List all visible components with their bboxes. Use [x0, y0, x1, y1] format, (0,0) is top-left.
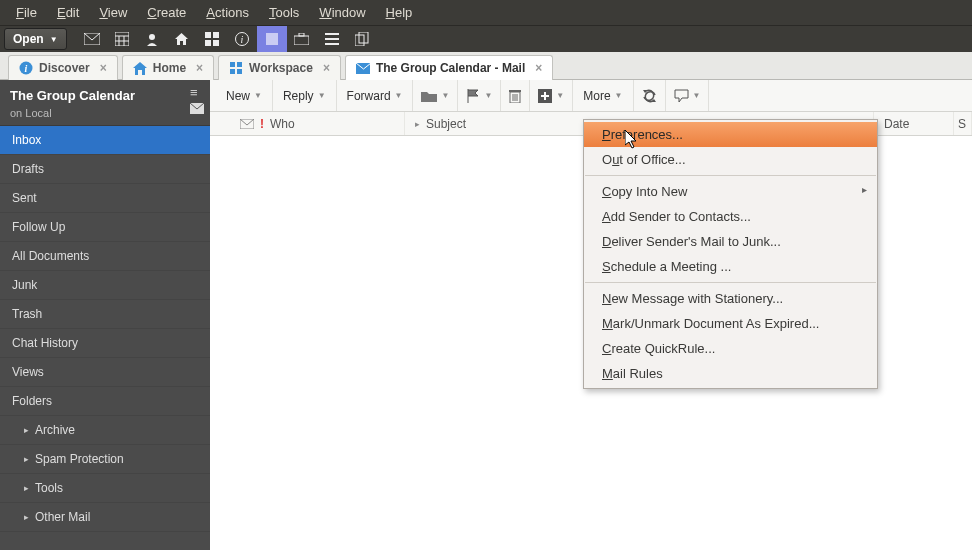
- menu-create[interactable]: Create: [137, 1, 196, 24]
- iconbar: Open▼ i: [0, 25, 972, 52]
- expander-icon: ▸: [415, 119, 420, 129]
- menu-file[interactable]: File: [6, 1, 47, 24]
- compose-icon[interactable]: [190, 103, 204, 114]
- envelope-icon: [240, 119, 254, 129]
- sidebar: The Group Calendar on Local ≡ InboxDraft…: [0, 80, 210, 550]
- more-dropdown: Preferences...Out of Office...Copy Into …: [583, 119, 878, 389]
- svg-rect-7: [205, 32, 211, 38]
- menubar: FileEditViewCreateActionsToolsWindowHelp: [0, 0, 972, 25]
- tab-workspace[interactable]: Workspace×: [218, 55, 341, 80]
- sidebar-item-drafts[interactable]: Drafts: [0, 155, 210, 184]
- svg-rect-9: [205, 40, 211, 46]
- mail-icon[interactable]: [77, 26, 107, 52]
- sidebar-subitem-tools[interactable]: Tools: [0, 474, 210, 503]
- refresh-button[interactable]: [634, 80, 666, 111]
- toolbar: New▼ Reply▼ Forward▼ ▼ ▼ ▼ More▼ ▼: [210, 80, 972, 112]
- flag-button[interactable]: ▼: [458, 80, 501, 111]
- menu-item-copy-into-new[interactable]: Copy Into New: [584, 179, 877, 204]
- svg-text:i: i: [25, 63, 28, 74]
- tab-home[interactable]: Home×: [122, 55, 214, 80]
- briefcase-icon[interactable]: [287, 26, 317, 52]
- grid-icon: [229, 61, 243, 75]
- menu-help[interactable]: Help: [376, 1, 423, 24]
- column-who[interactable]: ! Who: [210, 112, 405, 135]
- close-icon[interactable]: ×: [100, 61, 107, 75]
- more-button[interactable]: More▼: [573, 80, 633, 111]
- sidebar-list: InboxDraftsSentFollow UpAll DocumentsJun…: [0, 126, 210, 532]
- menu-item-mail-rules[interactable]: Mail Rules: [584, 361, 877, 386]
- svg-text:i: i: [240, 34, 243, 45]
- separator: [585, 175, 876, 176]
- svg-rect-8: [213, 32, 219, 38]
- person-icon[interactable]: [137, 26, 167, 52]
- tabbar: iDiscover×Home×Workspace×The Group Calen…: [0, 52, 972, 80]
- svg-rect-10: [213, 40, 219, 46]
- hamburger-icon[interactable]: ≡: [190, 86, 204, 99]
- info-icon[interactable]: i: [227, 26, 257, 52]
- column-size[interactable]: S: [954, 112, 972, 135]
- menu-view[interactable]: View: [89, 1, 137, 24]
- copy-icon[interactable]: [347, 26, 377, 52]
- folder-button[interactable]: ▼: [413, 80, 458, 111]
- forward-button[interactable]: Forward▼: [337, 80, 414, 111]
- sidebar-item-views[interactable]: Views: [0, 358, 210, 387]
- tab-the-group-calendar-mail[interactable]: The Group Calendar - Mail×: [345, 55, 553, 80]
- svg-rect-24: [237, 62, 242, 67]
- close-icon[interactable]: ×: [196, 61, 203, 75]
- new-button[interactable]: New▼: [216, 80, 273, 111]
- separator: [585, 282, 876, 283]
- menu-actions[interactable]: Actions: [196, 1, 259, 24]
- svg-rect-1: [115, 32, 129, 46]
- sidebar-subitem-spam-protection[interactable]: Spam Protection: [0, 445, 210, 474]
- menu-window[interactable]: Window: [309, 1, 375, 24]
- menu-tools[interactable]: Tools: [259, 1, 309, 24]
- sidebar-header: The Group Calendar on Local ≡: [0, 80, 210, 126]
- svg-rect-25: [230, 69, 235, 74]
- chat-button[interactable]: ▼: [666, 80, 710, 111]
- sidebar-item-chat-history[interactable]: Chat History: [0, 329, 210, 358]
- menu-edit[interactable]: Edit: [47, 1, 89, 24]
- menu-item-mark-unmark-document-as-expired[interactable]: Mark/Unmark Document As Expired...: [584, 311, 877, 336]
- sidebar-subitem-archive[interactable]: Archive: [0, 416, 210, 445]
- sidebar-item-follow-up[interactable]: Follow Up: [0, 213, 210, 242]
- menu-item-deliver-sender-s-mail-to-junk[interactable]: Deliver Sender's Mail to Junk...: [584, 229, 877, 254]
- column-date[interactable]: Date: [874, 112, 954, 135]
- selected-tool-icon[interactable]: [257, 26, 287, 52]
- svg-rect-23: [230, 62, 235, 67]
- mail-icon: [356, 61, 370, 75]
- sidebar-item-trash[interactable]: Trash: [0, 300, 210, 329]
- sidebar-item-sent[interactable]: Sent: [0, 184, 210, 213]
- sidebar-item-all-documents[interactable]: All Documents: [0, 242, 210, 271]
- delete-button[interactable]: [501, 80, 530, 111]
- sidebar-item-junk[interactable]: Junk: [0, 271, 210, 300]
- sidebar-title: The Group Calendar: [10, 88, 200, 103]
- calendar-icon[interactable]: [107, 26, 137, 52]
- home-icon: [133, 61, 147, 75]
- home-icon[interactable]: [167, 26, 197, 52]
- priority-icon: !: [260, 117, 264, 131]
- tab-discover[interactable]: iDiscover×: [8, 55, 118, 80]
- menu-item-preferences[interactable]: Preferences...: [584, 122, 877, 147]
- menu-item-create-quickrule[interactable]: Create QuickRule...: [584, 336, 877, 361]
- menu-item-schedule-a-meeting[interactable]: Schedule a Meeting ...: [584, 254, 877, 279]
- svg-rect-14: [294, 36, 309, 45]
- svg-rect-26: [237, 69, 242, 74]
- sidebar-subitem-other-mail[interactable]: Other Mail: [0, 503, 210, 532]
- sidebar-item-folders[interactable]: Folders: [0, 387, 210, 416]
- reply-button[interactable]: Reply▼: [273, 80, 337, 111]
- close-icon[interactable]: ×: [323, 61, 330, 75]
- list-icon[interactable]: [317, 26, 347, 52]
- menu-item-new-message-with-stationery[interactable]: New Message with Stationery...: [584, 286, 877, 311]
- apps-icon[interactable]: [197, 26, 227, 52]
- info-icon: i: [19, 61, 33, 75]
- sidebar-subtitle: on Local: [10, 107, 200, 119]
- open-button[interactable]: Open▼: [4, 28, 67, 50]
- svg-rect-13: [266, 33, 278, 45]
- add-button[interactable]: ▼: [530, 80, 573, 111]
- menu-item-add-sender-to-contacts[interactable]: Add Sender to Contacts...: [584, 204, 877, 229]
- sidebar-item-inbox[interactable]: Inbox: [0, 126, 210, 155]
- close-icon[interactable]: ×: [535, 61, 542, 75]
- svg-rect-33: [509, 90, 521, 92]
- menu-item-out-of-office[interactable]: Out of Office...: [584, 147, 877, 172]
- svg-point-6: [149, 34, 155, 40]
